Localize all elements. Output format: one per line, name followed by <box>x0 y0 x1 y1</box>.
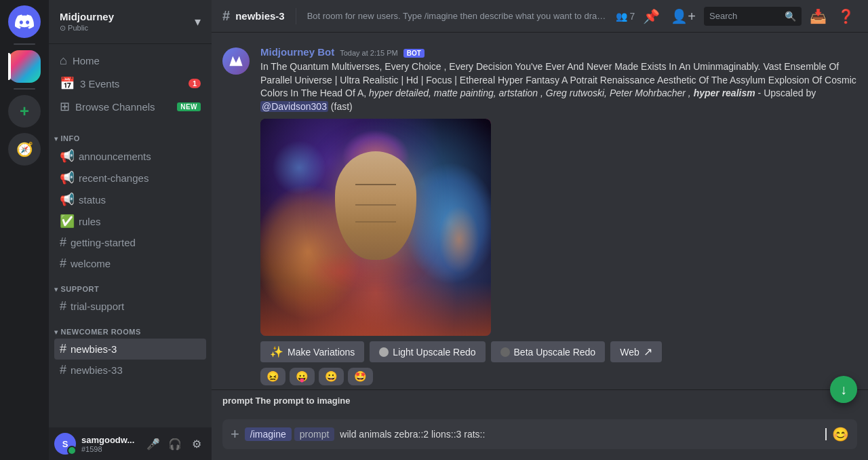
reaction-star-eyes[interactable]: 🤩 <box>348 368 373 385</box>
category-chevron-support: ▾ <box>54 286 58 293</box>
category-newcomer[interactable]: ▾ NEWCOMER ROOMS <box>49 317 212 339</box>
reaction-emoji-angry: 😖 <box>267 370 279 383</box>
server-header[interactable]: Midjourney ⊙ Public ▾ <box>49 0 212 44</box>
web-button[interactable]: Web ↗ <box>610 341 662 362</box>
main-content: # newbies-3 Bot room for new users. Type… <box>212 0 868 460</box>
input-box: + /imagine prompt 😊 <box>222 419 857 449</box>
reaction-angry[interactable]: 😖 <box>260 368 285 385</box>
make-variations-label: Make Variations <box>288 347 355 358</box>
topbar-description: Bot room for new users. Type /imagine th… <box>307 11 608 21</box>
channel-rules[interactable]: ✅ rules <box>54 210 206 232</box>
browse-new-badge: NEW <box>177 102 201 111</box>
mention-davidson[interactable]: @Davidson303 <box>260 101 328 112</box>
input-area: + /imagine prompt 😊 <box>212 414 868 460</box>
user-tag: #1598 <box>81 445 138 453</box>
scroll-down-icon: ↓ <box>840 382 847 398</box>
channel-name-recent-changes: recent-changes <box>79 172 149 184</box>
events-badge: 1 <box>189 79 201 88</box>
category-label-newcomer: NEWCOMER ROOMS <box>61 328 141 336</box>
browse-label: Browse Channels <box>75 101 155 113</box>
mute-button[interactable]: 🎤 <box>144 434 163 453</box>
external-link-icon: ↗ <box>644 345 652 358</box>
sidebar-item-browse[interactable]: ⊞ Browse Channels NEW <box>54 95 206 118</box>
browse-icon: ⊞ <box>60 99 70 114</box>
attach-button[interactable]: + <box>231 425 239 443</box>
reaction-emoji-star-eyes: 🤩 <box>354 370 367 383</box>
member-count: 👥 7 <box>616 11 635 22</box>
midjourney-server-icon[interactable] <box>8 50 41 83</box>
channel-icon-newbies-33: # <box>60 363 66 377</box>
message-body: In The Quantum Multiverses, Every Choice… <box>260 61 856 112</box>
bot-badge: BOT <box>403 49 425 58</box>
member-count-value: 7 <box>630 11 635 22</box>
message-avatar-container <box>222 47 250 75</box>
help-button[interactable]: ❓ <box>835 5 857 27</box>
channel-name-status: status <box>79 194 106 206</box>
server-name: Midjourney <box>60 11 114 22</box>
channel-welcome[interactable]: # welcome <box>54 253 206 274</box>
search-box: 🔍 <box>704 7 802 26</box>
hash-icon: # <box>222 8 230 24</box>
message-header: Midjourney Bot Today at 2:15 PM BOT <box>260 46 857 58</box>
explore-servers-icon[interactable]: 🧭 <box>8 133 41 166</box>
add-members-button[interactable]: 👤+ <box>668 5 698 27</box>
reaction-tongue[interactable]: 😛 <box>290 368 315 385</box>
user-panel: S samgoodw... #1598 🎤 🎧 ⚙ <box>49 427 212 460</box>
channel-icon-status: 📢 <box>60 192 75 207</box>
channel-icon-announcements: 📢 <box>60 149 75 164</box>
ai-art-canvas <box>260 119 491 336</box>
prompt-label: prompt The prompt to imagine <box>222 396 857 406</box>
deafen-button[interactable]: 🎧 <box>165 434 184 453</box>
ai-art-image <box>260 119 491 336</box>
user-info: samgoodw... #1598 <box>81 435 138 453</box>
user-settings-button[interactable]: ⚙ <box>187 434 206 453</box>
messages-area[interactable]: Midjourney Bot Today at 2:15 PM BOT In T… <box>212 33 868 389</box>
channel-icon-newbies-3: # <box>60 342 66 356</box>
cursor <box>825 428 827 440</box>
events-icon: 📅 <box>60 76 75 91</box>
channel-icon-rules: ✅ <box>60 214 75 229</box>
channel-name-getting-started: getting-started <box>71 237 136 248</box>
user-controls: 🎤 🎧 ⚙ <box>144 434 206 453</box>
category-info[interactable]: ▾ INFO <box>49 123 212 145</box>
search-input[interactable] <box>709 11 782 21</box>
midjourney-avatar <box>222 47 250 75</box>
channel-recent-changes[interactable]: 📢 recent-changes <box>54 167 206 189</box>
server-status: ⊙ Public <box>60 24 114 33</box>
category-label: INFO <box>61 134 80 142</box>
channel-name-rules: rules <box>79 216 101 227</box>
discord-home-icon[interactable] <box>8 5 41 38</box>
sidebar-item-events[interactable]: 📅 3 Events 1 <box>54 72 206 95</box>
light-upscale-redo-button[interactable]: Light Upscale Redo <box>370 341 485 362</box>
channel-icon-trial-support: # <box>60 299 66 313</box>
scroll-to-bottom-button[interactable]: ↓ <box>830 376 857 403</box>
message-input[interactable] <box>340 429 820 440</box>
channel-status[interactable]: 📢 status <box>54 189 206 210</box>
light-circle-icon <box>379 347 389 357</box>
reaction-smile[interactable]: 😀 <box>319 368 344 385</box>
avatar-text: S <box>62 439 68 449</box>
channel-icon-welcome: # <box>60 256 66 271</box>
inbox-button[interactable]: 📥 <box>807 5 829 27</box>
make-variations-button[interactable]: ✨ Make Variations <box>260 341 364 362</box>
beta-circle-icon <box>500 347 510 357</box>
channel-newbies-3[interactable]: # newbies-3 👤+ <box>54 339 206 360</box>
category-support[interactable]: ▾ SUPPORT <box>49 274 212 296</box>
message-italic: hyper detailed, matte painting, artstati… <box>369 88 755 98</box>
channel-newbies-33[interactable]: # newbies-33 <box>54 360 206 381</box>
topbar-divider <box>296 8 296 24</box>
emoji-picker-button[interactable]: 😊 <box>832 426 849 442</box>
channel-name-newbies-33: newbies-33 <box>71 364 123 376</box>
avatar[interactable]: S <box>54 433 76 455</box>
channel-announcements[interactable]: 📢 announcements <box>54 145 206 167</box>
sidebar-nav: ⌂ Home 📅 3 Events 1 ⊞ Browse Channels NE… <box>49 44 212 123</box>
channel-trial-support[interactable]: # trial-support <box>54 296 206 317</box>
channel-getting-started[interactable]: # getting-started <box>54 232 206 253</box>
search-icon: 🔍 <box>785 11 796 22</box>
beta-upscale-label: Beta Upscale Redo <box>514 347 596 358</box>
pin-button[interactable]: 📌 <box>640 5 663 27</box>
beta-upscale-redo-button[interactable]: Beta Upscale Redo <box>491 341 606 362</box>
sidebar-item-home[interactable]: ⌂ Home <box>54 50 206 72</box>
add-server-icon[interactable]: + <box>8 95 41 128</box>
server-divider <box>14 43 35 45</box>
